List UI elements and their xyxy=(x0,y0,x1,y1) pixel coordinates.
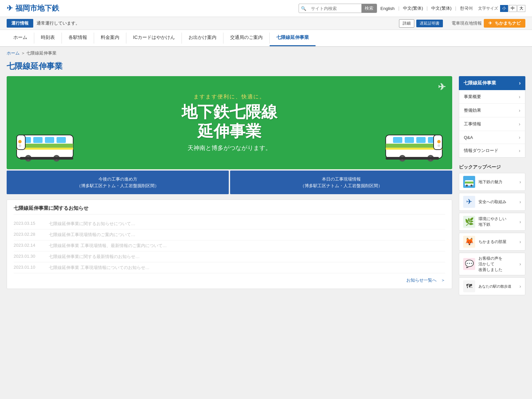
chevron-right-icon: › xyxy=(519,94,520,99)
pickup-item-chikamaru[interactable]: 🦊 ちかまるの部屋 › xyxy=(459,233,525,251)
svg-rect-6 xyxy=(57,137,66,143)
nav-stations[interactable]: 各駅情報 xyxy=(62,30,94,46)
font-size-large[interactable]: 大 xyxy=(517,5,525,12)
chevron-right-icon: › xyxy=(519,121,520,127)
notice-item: 2023.03.15 七隈線延伸事業に関するお知らせについて… xyxy=(14,218,445,229)
search-icon: 🔍 xyxy=(299,5,308,12)
notice-box: 七隈線延伸事業に関するお知らせ 2023.03.15 七隈線延伸事業に関するお知… xyxy=(7,200,452,289)
notice-link[interactable]: 七隈線延伸事業 工事現場情報についてのお知らせ… xyxy=(49,265,150,271)
two-col-layout: ✈ xyxy=(7,76,525,297)
logo-icon: ✈ xyxy=(7,4,13,13)
pickup-item-environment[interactable]: 🌿 環境にやさしい地下鉄 › xyxy=(459,213,525,231)
notice-item: 2023.02.14 七隈線延伸事業 工事現場情報、最新情報のご案内について… xyxy=(14,240,445,251)
font-size-medium[interactable]: 中 xyxy=(509,5,517,12)
notice-link[interactable]: 七隈線延伸事業 工事現場情報、最新情報のご案内について… xyxy=(49,243,167,249)
svg-rect-20 xyxy=(405,137,414,143)
lang-zh-traditional[interactable]: 中文(繁体) xyxy=(431,5,452,11)
svg-point-8 xyxy=(18,140,22,143)
content-area: ホーム ＞ 七隈線延伸事業 七隈線延伸事業 ✈ xyxy=(0,47,532,304)
top-bar: ✈ 福岡市地下鉄 🔍 検索 English ｜ 中文(繁体) ｜ 中文(繁体) … xyxy=(0,0,532,17)
pickup-feedback-icon: 💬 xyxy=(463,258,475,270)
pickup-item-charm[interactable]: 地下鉄の魅力 › xyxy=(459,173,525,191)
pickup-item-safety[interactable]: ✈ 安全への取組み › xyxy=(459,193,525,211)
pickup-safety-label: 安全への取組み xyxy=(478,199,516,205)
chikamachi-icon: ✈ xyxy=(488,21,492,26)
delay-cert-button[interactable]: 遅延証明書 xyxy=(416,20,443,27)
pickup-env-label: 環境にやさしい地下鉄 xyxy=(478,216,516,227)
sidebar-item-construction[interactable]: 工事情報 › xyxy=(459,117,525,131)
chevron-right-icon: › xyxy=(519,284,521,289)
search-button[interactable]: 検索 xyxy=(361,4,377,13)
logo-area: ✈ 福岡市地下鉄 xyxy=(7,3,59,13)
lang-korean[interactable]: 한국어 xyxy=(460,5,473,11)
nav-fares[interactable]: 料金案内 xyxy=(94,30,126,46)
detail-button[interactable]: 詳細 xyxy=(399,19,414,28)
chevron-right-icon: › xyxy=(519,135,520,140)
pickup-item-feedback[interactable]: 💬 お客様の声を活かして改善しました › xyxy=(459,253,525,275)
chevron-right-icon: › xyxy=(519,219,521,224)
search-input[interactable] xyxy=(308,5,361,12)
sidebar-nanakuma-section: 七隈線延伸事業 › 事業概要 › 整備効果 › 工事情報 xyxy=(459,76,525,158)
main-column: ✈ xyxy=(7,76,452,297)
font-size-small[interactable]: 小 xyxy=(500,5,508,12)
notice-link[interactable]: 七隈線延伸事業に関する最新情報のお知らせ… xyxy=(49,254,140,260)
notice-item: 2023.01.30 七隈線延伸事業に関する最新情報のお知らせ… xyxy=(14,251,445,262)
construction-progress-button[interactable]: 今後の工事の進め方（博多駅工区ナトム・人工岩盤掘削区間） xyxy=(7,171,229,194)
notice-link[interactable]: 七隈線延伸工事現場情報のご案内について… xyxy=(49,232,135,238)
svg-rect-5 xyxy=(45,137,54,143)
svg-rect-14 xyxy=(20,157,73,160)
svg-rect-29 xyxy=(386,157,439,160)
breadcrumb-home[interactable]: ホーム xyxy=(7,51,20,56)
pickup-walk-icon: 🗺 xyxy=(463,280,475,292)
notice-more-link[interactable]: お知らせ一覧へ ＞ xyxy=(406,278,445,283)
banner-desc: 天神南と博多がつながります。 xyxy=(182,144,277,152)
chevron-right-icon: › xyxy=(519,261,521,267)
pickup-item-walk[interactable]: 🗺 あなたの駅の散歩道 › xyxy=(459,277,525,295)
pickup-safety-icon: ✈ xyxy=(463,196,475,208)
page-title: 七隈線延伸事業 xyxy=(7,58,525,76)
nav-home[interactable]: ホーム xyxy=(7,30,34,46)
font-size-area: 文字サイズ 小 中 大 xyxy=(478,5,525,12)
svg-rect-21 xyxy=(393,137,402,143)
main-nav: ホーム 時刻表 各駅情報 料金案内 ICカードはやかけん お出かけ案内 交通局の… xyxy=(0,30,532,47)
banner-title: 地下鉄七隈線延伸事業 xyxy=(182,102,277,141)
search-box: 🔍 検索 xyxy=(299,4,377,13)
svg-rect-19 xyxy=(416,137,426,143)
pickup-walk-label: あなたの駅の散歩道 xyxy=(478,284,516,289)
banner-subtitle: ますます便利に、快適に。 xyxy=(182,93,277,100)
svg-rect-4 xyxy=(33,137,43,143)
sidebar-item-overview[interactable]: 事業概要 › xyxy=(459,90,525,104)
nav-bureau[interactable]: 交通局のご案内 xyxy=(223,30,269,46)
svg-point-33 xyxy=(470,185,472,187)
nav-nanakuma[interactable]: 七隈線延伸事業 xyxy=(270,30,316,46)
sidebar: 七隈線延伸事業 › 事業概要 › 整備効果 › 工事情報 xyxy=(459,76,525,297)
notice-item: 2023.01.10 七隈線延伸事業 工事現場情報についてのお知らせ… xyxy=(14,262,445,273)
notice-title: 七隈線延伸事業に関するお知らせ xyxy=(14,205,445,214)
language-links: English ｜ 中文(繁体) ｜ 中文(繁体) ｜ 한국어 xyxy=(380,5,473,11)
pickup-feedback-label: お客様の声を活かして改善しました xyxy=(478,256,516,272)
chikamachi-button[interactable]: ✈ ちかまちナビ xyxy=(484,19,525,28)
chevron-right-icon: › xyxy=(519,199,521,204)
banner-logo-icon: ✈ xyxy=(438,81,446,92)
notice-item: 2023.02.28 七隈線延伸工事現場情報のご案内について… xyxy=(14,229,445,240)
sidebar-item-downloads[interactable]: 情報ダウンロード › xyxy=(459,144,525,157)
pickup-title: ピックアップページ xyxy=(459,164,525,170)
pickup-env-icon: 🌿 xyxy=(463,216,475,228)
sidebar-heading[interactable]: 七隈線延伸事業 › xyxy=(459,76,525,90)
sidebar-item-qa[interactable]: Q&A › xyxy=(459,131,525,144)
notice-list: 2023.03.15 七隈線延伸事業に関するお知らせについて… 2023.02.… xyxy=(14,218,445,273)
lang-english[interactable]: English xyxy=(380,6,395,11)
nav-ic-card[interactable]: ICカードはやかけん xyxy=(126,30,182,46)
lang-zh-simplified[interactable]: 中文(繁体) xyxy=(403,5,423,11)
service-status-tag: 運行情報 xyxy=(7,19,33,28)
nav-timetable[interactable]: 時刻表 xyxy=(34,30,62,46)
chevron-right-icon: › xyxy=(519,80,521,86)
notice-link[interactable]: 七隈線延伸事業に関するお知らせについて… xyxy=(49,221,135,227)
chevron-right-icon: › xyxy=(519,108,520,113)
construction-today-button[interactable]: 本日の工事現場情報（博多駅工区ナトム・人工岩盤掘削区間） xyxy=(230,171,452,194)
nav-outing[interactable]: お出かけ案内 xyxy=(182,30,223,46)
top-right: 🔍 検索 English ｜ 中文(繁体) ｜ 中文(繁体) ｜ 한국어 文字サ… xyxy=(299,4,525,13)
service-status-text: 通常運行しています。 xyxy=(37,20,396,26)
breadcrumb: ホーム ＞ 七隈線延伸事業 xyxy=(7,47,525,58)
sidebar-item-effects[interactable]: 整備効果 › xyxy=(459,104,525,117)
